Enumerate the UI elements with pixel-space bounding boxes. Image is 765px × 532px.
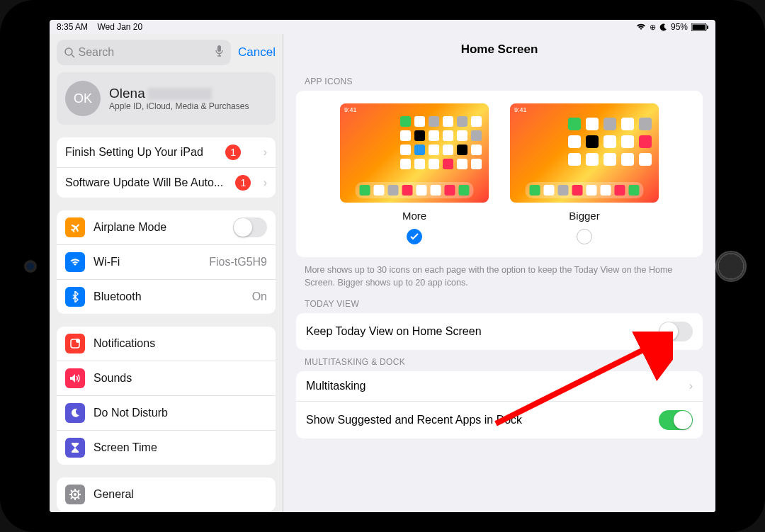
- redacted-surname: [148, 88, 212, 100]
- wifi-icon: [65, 252, 85, 272]
- svg-line-16: [71, 490, 72, 492]
- search-placeholder: Search: [78, 46, 114, 59]
- svg-rect-1: [693, 24, 706, 30]
- front-camera: [27, 263, 34, 270]
- notifications-group: Notifications Sounds Do No: [57, 327, 276, 465]
- option-more[interactable]: 9:41 More: [340, 103, 489, 244]
- screen: 8:35 AM Wed Jan 20 ⊕ 95% Search: [50, 20, 715, 512]
- svg-line-4: [72, 55, 74, 57]
- section-header-multitasking: MULTITASKING & DOCK: [283, 350, 715, 371]
- status-time: 8:35 AM: [57, 22, 88, 32]
- settings-sidebar: Search Cancel OK Olena: [50, 34, 283, 512]
- badge: 1: [225, 145, 241, 160]
- today-view-card: Keep Today View on Home Screen: [296, 313, 703, 350]
- avatar: OK: [65, 81, 101, 116]
- svg-rect-2: [707, 26, 708, 29]
- svg-point-9: [76, 339, 80, 343]
- row-label: Software Update Will Be Auto...: [65, 176, 223, 189]
- section-header-app-icons: APP ICONS: [283, 69, 715, 91]
- sidebar-item-wifi[interactable]: Wi-Fi Fios-tG5H9: [57, 244, 276, 279]
- chevron-right-icon: ›: [264, 146, 267, 159]
- radio-more[interactable]: [407, 229, 422, 244]
- app-icons-footer: More shows up to 30 icons on each page w…: [283, 257, 715, 292]
- svg-point-3: [65, 48, 72, 55]
- sidebar-item-software-update[interactable]: Software Update Will Be Auto... 1 ›: [57, 167, 276, 198]
- multitasking-card: Multitasking › Show Suggested and Recent…: [296, 371, 703, 438]
- badge: 1: [235, 175, 251, 191]
- row-label: Multitasking: [306, 380, 366, 392]
- sounds-icon: [65, 368, 85, 388]
- row-label: Keep Today View on Home Screen: [306, 325, 482, 338]
- status-right: ⊕ 95%: [636, 22, 708, 32]
- section-header-today: TODAY VIEW: [283, 292, 715, 313]
- ipad-frame: 8:35 AM Wed Jan 20 ⊕ 95% Search: [0, 0, 765, 532]
- suggested-apps-toggle[interactable]: [659, 410, 693, 430]
- row-label: Airplane Mode: [94, 221, 166, 234]
- sidebar-item-notifications[interactable]: Notifications: [57, 327, 276, 361]
- alerts-group: Finish Setting Up Your iPad 1 › Software…: [57, 137, 276, 198]
- svg-point-11: [74, 493, 76, 496]
- option-bigger-label: Bigger: [569, 210, 599, 222]
- status-bar: 8:35 AM Wed Jan 20 ⊕ 95%: [50, 20, 715, 34]
- row-suggested-apps[interactable]: Show Suggested and Recent Apps in Dock: [296, 401, 703, 438]
- battery-icon: [691, 23, 708, 31]
- sidebar-item-screentime[interactable]: Screen Time: [57, 430, 276, 465]
- option-bigger[interactable]: 9:41 Bigger: [510, 103, 659, 244]
- orientation-lock-icon: ⊕: [650, 23, 656, 32]
- status-left: 8:35 AM Wed Jan 20: [57, 22, 142, 32]
- svg-line-19: [71, 497, 72, 499]
- row-label: Show Suggested and Recent Apps in Dock: [306, 414, 522, 426]
- apple-id-card[interactable]: OK Olena Apple ID, iCloud, Media & Purch…: [57, 72, 276, 125]
- sidebar-item-dnd[interactable]: Do Not Disturb: [57, 395, 276, 430]
- today-view-toggle[interactable]: [659, 322, 693, 341]
- sidebar-item-bluetooth[interactable]: Bluetooth On: [57, 279, 276, 314]
- sidebar-item-general[interactable]: General: [57, 477, 276, 511]
- split-content: Search Cancel OK Olena: [50, 34, 715, 512]
- apple-id-name: Olena: [109, 86, 249, 101]
- row-label: Screen Time: [94, 441, 157, 454]
- airplane-icon: [65, 217, 85, 237]
- svg-rect-5: [217, 45, 221, 52]
- apple-id-sub: Apple ID, iCloud, Media & Purchases: [109, 101, 249, 111]
- search-row: Search Cancel: [50, 34, 283, 72]
- svg-line-17: [78, 497, 79, 499]
- moon-icon: [65, 403, 85, 423]
- airplane-toggle[interactable]: [233, 217, 267, 237]
- wifi-icon: [636, 23, 646, 30]
- row-label: Bluetooth: [94, 290, 142, 303]
- detail-pane: Home Screen APP ICONS 9:41: [283, 34, 715, 512]
- cancel-button[interactable]: Cancel: [238, 45, 276, 60]
- connectivity-group: Airplane Mode Wi-Fi Fios-tG5H9: [57, 210, 276, 314]
- search-icon: [64, 47, 75, 58]
- moon-icon: [659, 23, 667, 31]
- preview-bigger: 9:41: [510, 103, 659, 203]
- page-title: Home Screen: [283, 34, 715, 69]
- row-label: Sounds: [94, 372, 132, 385]
- row-label: Wi-Fi: [94, 256, 120, 268]
- chevron-right-icon: ›: [689, 380, 693, 392]
- sidebar-item-airplane[interactable]: Airplane Mode: [57, 210, 276, 244]
- home-button[interactable]: [715, 251, 747, 282]
- option-more-label: More: [402, 210, 426, 222]
- wifi-value: Fios-tG5H9: [209, 256, 267, 268]
- general-group: General: [57, 477, 276, 511]
- sidebar-item-finish-setup[interactable]: Finish Setting Up Your iPad 1 ›: [57, 137, 276, 167]
- row-label: General: [94, 488, 134, 501]
- gear-icon: [65, 485, 85, 504]
- sidebar-scroll[interactable]: OK Olena Apple ID, iCloud, Media & Purch…: [50, 72, 283, 512]
- radio-bigger[interactable]: [577, 229, 592, 244]
- row-keep-today-view[interactable]: Keep Today View on Home Screen: [296, 313, 703, 350]
- row-multitasking[interactable]: Multitasking ›: [296, 371, 703, 401]
- bt-value: On: [252, 290, 267, 303]
- notifications-icon: [65, 334, 85, 353]
- svg-line-18: [78, 490, 79, 492]
- sidebar-item-sounds[interactable]: Sounds: [57, 361, 276, 395]
- row-label: Do Not Disturb: [94, 407, 168, 419]
- row-label: Notifications: [94, 337, 155, 350]
- chevron-right-icon: ›: [264, 176, 267, 189]
- bluetooth-icon: [65, 287, 85, 307]
- search-input[interactable]: Search: [57, 40, 231, 65]
- preview-more: 9:41: [340, 103, 489, 203]
- mic-icon[interactable]: [215, 45, 224, 60]
- hourglass-icon: [65, 438, 85, 458]
